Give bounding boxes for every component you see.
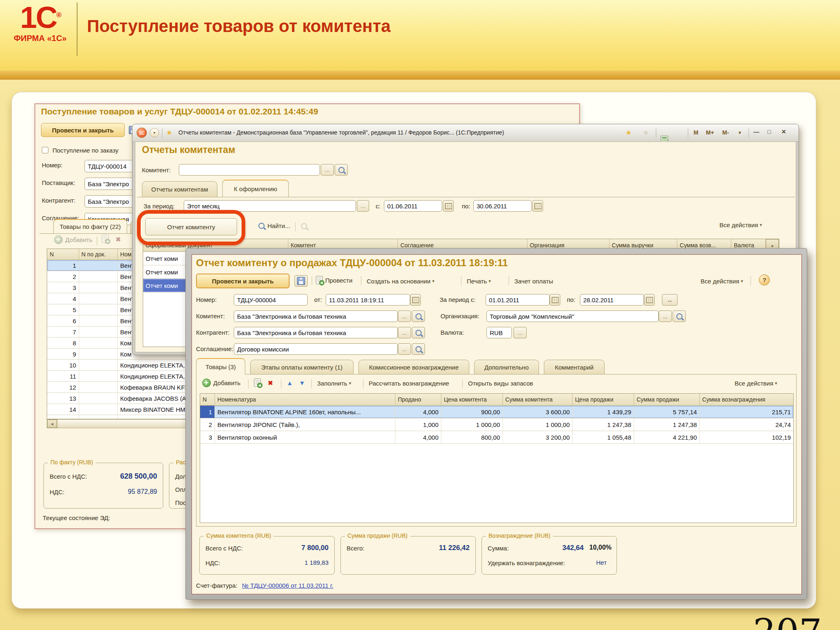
table-row[interactable]: 15Миксер SOLAC мод.545 — [47, 415, 187, 419]
column-header[interactable]: Сумма продажи — [634, 394, 700, 405]
column-header[interactable]: Продано — [395, 394, 441, 405]
maximize-icon[interactable]: □ — [767, 128, 771, 135]
komitent-search-button[interactable] — [412, 310, 425, 322]
calculate-fee-button[interactable]: Рассчитать вознаграждение — [369, 380, 449, 387]
table-row-selected[interactable]: 1 Вентилятор BINATONE ALPINE 160вт, напо… — [200, 406, 793, 418]
organization-search-button[interactable] — [673, 310, 686, 322]
scrollbar-thumb[interactable] — [57, 420, 187, 428]
period-select-button[interactable]: ... — [357, 200, 369, 212]
post-and-close-button[interactable]: Провести и закрыть — [196, 274, 290, 288]
date-from-picker-icon[interactable] — [443, 200, 454, 212]
komitent-search-button[interactable] — [335, 164, 348, 176]
add-row-button[interactable]: Добавить — [54, 235, 92, 244]
copy-row-icon[interactable] — [254, 379, 261, 388]
column-header[interactable]: Цена продажи — [573, 394, 634, 405]
memory-minus-button[interactable]: M- — [722, 129, 729, 136]
withhold-fee-value[interactable]: Нет — [596, 559, 607, 566]
date-field[interactable]: 11.03.2011 18:19:11 — [326, 294, 410, 306]
memory-dropdown-icon[interactable]: ▾ — [739, 130, 741, 135]
column-header[interactable]: Цена комитента — [441, 394, 503, 405]
create-based-on-button[interactable]: Создать на основании▾ — [367, 278, 434, 285]
horizontal-scrollbar[interactable]: ◄ — [47, 419, 187, 428]
column-header[interactable]: Сумма вознаграждения — [700, 394, 793, 405]
currency-field[interactable]: RUB — [486, 327, 512, 338]
tab-comment[interactable]: Комментарий — [544, 360, 605, 374]
swap-period-button[interactable]: ↔ — [662, 294, 678, 306]
tab-goods[interactable]: Товары (3) — [196, 358, 245, 374]
scroll-left-icon[interactable]: ◄ — [47, 420, 57, 428]
close-icon[interactable]: ✕ — [781, 128, 786, 135]
clear-search-icon[interactable] — [301, 223, 307, 231]
agreement-select-button[interactable]: ... — [398, 343, 411, 355]
titlebar-separator — [656, 128, 656, 137]
order-receipt-checkbox[interactable] — [42, 147, 48, 153]
komitent-select-button[interactable]: ... — [398, 310, 411, 322]
tab-commission-fee[interactable]: Комиссионное вознаграждение — [358, 360, 469, 374]
all-actions-button[interactable]: Все действия▾ — [701, 278, 743, 285]
table-row[interactable]: 11Кондиционер ELEKTA, — [47, 371, 187, 382]
komitent-field[interactable]: База "Электроника и бытовая техника — [234, 310, 398, 322]
table-row[interactable]: 13Кофеварка JACOBS (Ав — [47, 393, 187, 404]
currency-select-button[interactable]: ... — [514, 327, 527, 338]
komitent-select-button[interactable]: ... — [321, 164, 334, 176]
titlebar[interactable]: 1С ▾ ★ Отчеты комитентам - Демонстрацион… — [132, 124, 799, 142]
search-icon — [676, 313, 682, 320]
date-picker-icon[interactable] — [410, 294, 421, 306]
delete-row-icon[interactable]: ✖ — [268, 380, 273, 386]
counterparty-field[interactable]: База "Электроника и бытовая техника — [234, 327, 398, 338]
date-from-field[interactable]: 01.06.2011 — [384, 200, 442, 212]
period-to-field[interactable]: 28.02.2011 — [580, 294, 644, 306]
main-menu-icon[interactable]: ▾ — [150, 128, 159, 137]
memory-button[interactable]: M — [694, 129, 698, 136]
date-to-picker-icon[interactable] — [532, 200, 543, 212]
minimize-icon[interactable]: — — [753, 129, 759, 135]
tab-pending[interactable]: К оформлению — [222, 180, 289, 197]
tab-payment-stages[interactable]: Этапы оплаты комитенту (1) — [250, 360, 354, 374]
help-icon[interactable]: ? — [759, 274, 770, 285]
tab-goods-by-fact[interactable]: Товары по факту (22) — [53, 219, 127, 233]
save-button[interactable] — [294, 275, 308, 287]
invoice-link[interactable]: № ТДЦУ-000006 от 11.03.2011 г. — [242, 582, 333, 589]
tab-additional[interactable]: Дополнительно — [474, 360, 539, 374]
table-row[interactable]: 12Кофеварка BRAUN KF2 — [47, 382, 187, 393]
move-up-icon[interactable]: ▲ — [287, 380, 293, 386]
period-from-picker-icon[interactable] — [550, 294, 560, 306]
number-field[interactable]: ТДЦУ-000004 — [234, 294, 308, 306]
add-row-button[interactable]: Добавить — [202, 379, 240, 387]
delete-row-icon[interactable]: ✖ — [116, 236, 121, 242]
period-from-field[interactable]: 01.01.2011 — [486, 294, 550, 306]
find-button[interactable]: Найти... — [258, 222, 290, 229]
all-actions-button[interactable]: Все действия▾ — [719, 221, 762, 228]
column-header[interactable]: N по док. — [79, 249, 118, 260]
move-down-icon[interactable]: ▼ — [299, 380, 305, 386]
print-button[interactable]: Печать▾ — [467, 278, 491, 285]
komitent-filter-field[interactable] — [179, 164, 320, 176]
fill-button[interactable]: Заполнить▾ — [317, 380, 351, 387]
post-button[interactable]: Провести — [316, 276, 352, 284]
counterparty-search-button[interactable] — [412, 327, 425, 338]
copy-row-icon[interactable] — [102, 235, 109, 244]
period-to-picker-icon[interactable] — [644, 294, 655, 306]
tab-komitent-reports[interactable]: Отчеты комитентам — [142, 181, 217, 197]
table-row[interactable]: 3 Вентилятор оконный 4,000 800,00 3 200,… — [200, 431, 793, 444]
column-header[interactable]: Сумма комитента — [503, 394, 573, 405]
table-row[interactable]: 2 Вентилятор JIPONIC (Тайв.), 1,000 1 00… — [200, 418, 793, 431]
memory-plus-button[interactable]: M+ — [706, 129, 714, 136]
post-and-close-button[interactable]: Провести и закрыть — [41, 123, 125, 137]
organization-field[interactable]: Торговый дом "Комплексный" — [486, 310, 659, 322]
payment-offset-button[interactable]: Зачет оплаты — [514, 278, 553, 285]
column-header[interactable]: N — [47, 249, 79, 260]
column-header[interactable]: N — [200, 394, 215, 405]
add-favorite-icon[interactable]: ★ — [625, 129, 840, 136]
counterparty-select-button[interactable]: ... — [398, 327, 411, 338]
table-row[interactable]: 14Миксер BINATONE HM — [47, 404, 187, 415]
all-actions-button[interactable]: Все действия▾ — [735, 380, 777, 387]
organization-select-button[interactable]: ... — [659, 310, 672, 322]
favorites-star-icon[interactable]: ★ — [166, 129, 172, 136]
date-to-field[interactable]: 30.06.2011 — [473, 200, 532, 212]
open-stock-types-button[interactable]: Открыть виды запасов — [468, 380, 533, 387]
agreement-field[interactable]: Договор комиссии — [234, 343, 398, 355]
table-row[interactable]: 10Кондиционер ELEKTA, — [47, 360, 187, 371]
agreement-search-button[interactable] — [412, 343, 425, 355]
column-header[interactable]: Номенклатура — [215, 394, 395, 405]
